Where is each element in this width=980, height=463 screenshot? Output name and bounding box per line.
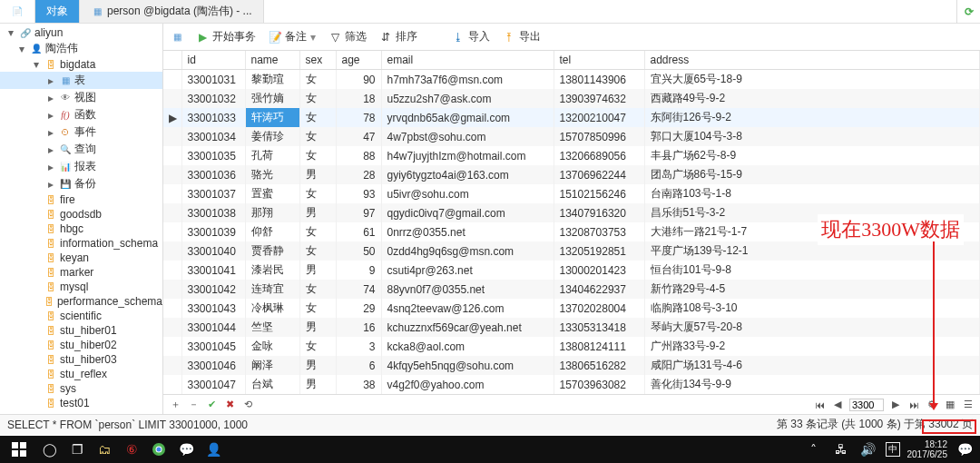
cell[interactable]: 女 xyxy=(299,337,336,356)
cell[interactable]: 47 xyxy=(336,127,381,146)
column-header[interactable]: sex xyxy=(299,51,336,70)
cell[interactable]: 东阿街126号-9-2 xyxy=(644,108,980,127)
cell[interactable]: 13806516282 xyxy=(554,356,644,375)
cell[interactable]: 33001036 xyxy=(181,165,245,184)
tree-schema[interactable]: 🗄stu_hiber02 xyxy=(0,338,162,352)
cell[interactable]: 台斌 xyxy=(245,375,299,394)
cell[interactable]: 西藏路49号-9-2 xyxy=(644,89,980,108)
cell[interactable]: 骆光 xyxy=(245,165,299,184)
cell[interactable]: h7mh73a7f6@msn.com xyxy=(381,70,554,90)
cell[interactable]: 93 xyxy=(336,184,381,203)
tree-schema[interactable]: 🗄keyan xyxy=(0,251,162,265)
volume-icon[interactable]: 🔊 xyxy=(858,439,878,459)
cell[interactable]: 女 xyxy=(299,127,336,146)
tree-schema[interactable]: 🗄mysql xyxy=(0,280,162,294)
cell[interactable]: u5ivr@sohu.com xyxy=(381,184,554,203)
cell[interactable]: 男 xyxy=(299,318,336,337)
cell[interactable]: 38 xyxy=(336,375,381,394)
cell[interactable]: 0nrrz@0355.net xyxy=(381,222,554,241)
export-button[interactable]: ⭱导出 xyxy=(503,29,541,44)
cell[interactable]: 33001033 xyxy=(181,108,245,127)
cell[interactable]: 女 xyxy=(299,222,336,241)
cell[interactable]: 13407916320 xyxy=(554,203,644,222)
cell[interactable]: u5zzu2sh7@ask.com xyxy=(381,89,554,108)
tree-schema[interactable]: 🗄fire xyxy=(0,192,162,207)
cell[interactable]: 琴屿大厦57号-20-8 xyxy=(644,318,980,337)
tree-folder-backup[interactable]: ▸💾备份 xyxy=(0,175,162,192)
column-header[interactable]: email xyxy=(381,51,554,70)
cell[interactable]: 13208703753 xyxy=(554,222,644,241)
cell[interactable]: 冷枫琳 xyxy=(245,299,299,318)
cell[interactable]: 33001046 xyxy=(181,356,245,375)
table-row[interactable]: 33001032强竹嫡女18u5zzu2sh7@ask.com139039746… xyxy=(163,89,980,108)
cell[interactable]: v4g2f0@yahoo.com xyxy=(381,375,554,394)
tree-folder-func[interactable]: ▸f()函数 xyxy=(0,106,162,123)
cell[interactable]: 90 xyxy=(336,70,381,90)
cell[interactable]: 50 xyxy=(336,241,381,261)
column-header[interactable]: address xyxy=(644,51,980,70)
cell[interactable]: 18 xyxy=(336,89,381,108)
tree-folder-report[interactable]: ▸📊报表 xyxy=(0,158,162,175)
table-row[interactable]: 33001037置蜜女93u5ivr@sohu.com15102156246台南… xyxy=(163,184,980,203)
table-row[interactable]: 33001045金咏女3kcka8@aol.com13808124111广州路3… xyxy=(163,337,980,356)
cell[interactable]: 贾香静 xyxy=(245,241,299,261)
cell[interactable]: 15707850996 xyxy=(554,127,644,146)
explorer-icon[interactable]: 🗂 xyxy=(94,439,114,459)
cell[interactable]: 33001043 xyxy=(181,299,245,318)
cell[interactable]: 男 xyxy=(299,356,336,375)
taskview-icon[interactable]: ❐ xyxy=(67,439,87,459)
tree-schema[interactable]: 🗄performance_schema xyxy=(0,294,162,309)
cell[interactable]: 13404622937 xyxy=(554,280,644,299)
chrome-icon[interactable] xyxy=(149,439,169,459)
toolbar-grid-icon[interactable]: ▦ xyxy=(171,31,183,44)
tree-schema[interactable]: 🗄stu_hiber01 xyxy=(0,323,162,338)
cell[interactable]: 61 xyxy=(336,222,381,241)
tree-schema[interactable]: 🗄marker xyxy=(0,265,162,280)
tree-schema[interactable]: 🗄hbgc xyxy=(0,222,162,236)
cell[interactable]: 那翔 xyxy=(245,203,299,222)
table-row[interactable]: 33001043冷枫琳女294snq2teevaw@126.com1370202… xyxy=(163,299,980,318)
cell[interactable]: 孔荷 xyxy=(245,146,299,165)
cell[interactable]: 金咏 xyxy=(245,337,299,356)
table-row[interactable]: ▶33001033轩涛巧女78yrvqdnb65ak@gmail.com1320… xyxy=(163,108,980,127)
cell[interactable]: 16 xyxy=(336,318,381,337)
cell[interactable]: 男 xyxy=(299,375,336,394)
cell[interactable]: 女 xyxy=(299,146,336,165)
cell[interactable]: 33001032 xyxy=(181,89,245,108)
cell[interactable]: 黎勤瑄 xyxy=(245,70,299,90)
tree-schema[interactable]: 🗄scientific xyxy=(0,309,162,323)
table-row[interactable]: 33001034姜倩珍女474w7pbst@sohu.com1570785099… xyxy=(163,127,980,146)
filter-button[interactable]: ▽筛选 xyxy=(328,29,367,44)
cell[interactable]: 33001042 xyxy=(181,280,245,299)
cell[interactable]: 漆岩民 xyxy=(245,261,299,280)
cell[interactable]: 33001044 xyxy=(181,318,245,337)
column-header[interactable]: id xyxy=(181,51,245,70)
app-icon[interactable]: 👤 xyxy=(203,439,223,459)
cell[interactable]: 置蜜 xyxy=(245,184,299,203)
cell[interactable]: 33001037 xyxy=(181,184,245,203)
tree-folder-table[interactable]: ▸▦表 xyxy=(0,72,162,89)
cell[interactable]: 13706962244 xyxy=(554,165,644,184)
cell[interactable]: 宜兴大厦65号-18-9 xyxy=(644,70,980,90)
cell[interactable]: 13903974632 xyxy=(554,89,644,108)
tree-schema[interactable]: 🗄sys xyxy=(0,381,162,396)
tree-folder-query[interactable]: ▸🔍查询 xyxy=(0,141,162,158)
cell[interactable]: 13808124111 xyxy=(554,337,644,356)
form-view-button[interactable]: ☰ xyxy=(962,399,975,411)
cell[interactable]: 13000201423 xyxy=(554,261,644,280)
cell[interactable]: 33001035 xyxy=(181,146,245,165)
cell[interactable]: 女 xyxy=(299,108,336,127)
add-row-button[interactable]: ＋ xyxy=(169,399,181,411)
cell[interactable]: 女 xyxy=(299,89,336,108)
cell[interactable]: 13200210047 xyxy=(554,108,644,127)
cell[interactable]: 33001034 xyxy=(181,127,245,146)
taskbar-clock[interactable]: 18:12 2017/6/25 xyxy=(907,439,948,459)
cell[interactable]: 9 xyxy=(336,261,381,280)
tree-schema[interactable]: 🗄information_schema xyxy=(0,236,162,251)
cell[interactable]: 咸阳广场131号-4-6 xyxy=(644,356,980,375)
tree-folder-event[interactable]: ▸⏲事件 xyxy=(0,123,162,141)
cell[interactable]: 13205192851 xyxy=(554,241,644,261)
table-row[interactable]: 33001047台斌男38v4g2f0@yahoo.com15703963082… xyxy=(163,375,980,394)
cell[interactable]: 29 xyxy=(336,299,381,318)
cell[interactable]: 台南路103号-1-8 xyxy=(644,184,980,203)
